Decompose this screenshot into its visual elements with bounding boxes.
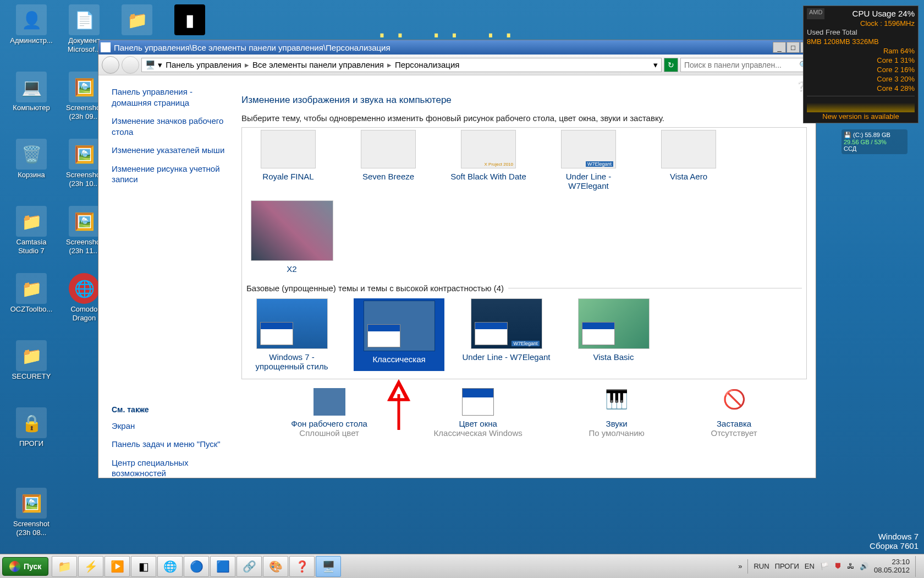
taskbtn-app2[interactable]: ◧ — [131, 556, 156, 577]
theme-royale[interactable]: Royale FINAL — [246, 130, 330, 190]
control-panel-window: Панель управления\Все элементы панели уп… — [98, 40, 816, 478]
theme-win7-basic[interactable]: Windows 7 - упрощенный стиль — [246, 298, 337, 371]
taskbtn-paint[interactable]: 🎨 — [263, 556, 288, 577]
taskbtn-app5[interactable]: 🔗 — [237, 556, 262, 577]
taskbtn-app4[interactable]: 🟦 — [210, 556, 235, 577]
taskbtn-app3[interactable]: 🔵 — [184, 556, 209, 577]
tray-progi[interactable]: ПРОГИ — [775, 562, 799, 570]
sidebar-link-home[interactable]: Панель управления - домашняя страница — [112, 86, 230, 108]
tray-flag-icon[interactable]: 🏳️ — [820, 562, 829, 570]
basic-themes-label: Базовые (упрощенные) темы и темы с высок… — [246, 283, 802, 293]
taskbtn-explorer[interactable]: 📁 — [52, 556, 77, 577]
back-button[interactable] — [102, 56, 119, 74]
sidebar-link-account-pic[interactable]: Изменение рисунка учетной записи — [112, 163, 230, 185]
refresh-button[interactable]: ↻ — [664, 58, 678, 72]
taskbtn-control-panel[interactable]: 🖥️ — [316, 556, 341, 577]
desktop-icon-securety[interactable]: 📁SECURETY — [7, 340, 56, 381]
tray-lang[interactable]: EN — [805, 562, 815, 570]
theme-soft-black[interactable]: X Project 2010Soft Black With Date — [447, 130, 530, 190]
forward-button[interactable] — [122, 56, 139, 74]
desktop-icon-camtasia[interactable]: 📁Camtasia Studio 7 — [7, 206, 56, 255]
theme-vista-aero[interactable]: Vista Aero — [647, 130, 730, 190]
theme-seven-breeze[interactable]: Seven Breeze — [346, 130, 430, 190]
desktop-icon-cmd[interactable]: ▮ — [165, 4, 215, 36]
tray-run[interactable]: RUN — [754, 562, 769, 570]
theme-underline1[interactable]: W7ElegantUnder Line - W7Elegant — [547, 130, 630, 190]
desktop-icon-ocz[interactable]: 📁OCZToolbo... — [7, 273, 56, 314]
taskbtn-vlc[interactable]: ▶️ — [105, 556, 130, 577]
windows-watermark: Windows 7 Сборка 7601 — [870, 532, 919, 550]
navbar: 🖥️ ▾ Панель управления▸ Все элементы пан… — [98, 54, 816, 75]
taskbtn-chrome[interactable]: 🌐 — [157, 556, 183, 577]
see-also-heading: См. также — [112, 405, 230, 414]
cpu-graph — [807, 96, 915, 112]
maximize-button[interactable]: □ — [787, 42, 800, 53]
page-subtext: Выберите тему, чтобы одновременно измени… — [241, 113, 807, 123]
tray-volume-icon[interactable]: 🔊 — [860, 562, 868, 570]
main-panel: ❔ Изменение изображения и звука на компь… — [236, 75, 816, 478]
taskbtn-app1[interactable]: ⚡ — [78, 556, 103, 577]
search-box[interactable]: 🔍 — [680, 58, 812, 72]
tray-expand[interactable]: » — [738, 562, 742, 570]
desktop-icon-admin[interactable]: 👤Администр... — [7, 4, 56, 45]
theme-underline2[interactable]: W7ElegantUnder Line - W7Elegant — [461, 298, 552, 371]
help-icon[interactable]: ❔ — [241, 81, 807, 92]
sidebar-link-taskbar[interactable]: Панель задач и меню "Пуск" — [112, 439, 230, 450]
tray-clock[interactable]: 23:10 08.05.2012 — [874, 558, 910, 574]
sidebar-link-pointers[interactable]: Изменение указателей мыши — [112, 145, 230, 156]
tray-network-icon[interactable]: 🖧 — [847, 562, 854, 570]
window-icon — [101, 42, 111, 52]
theme-x2[interactable]: X2 — [246, 200, 337, 274]
breadcrumb[interactable]: 🖥️ ▾ Панель управления▸ Все элементы пан… — [141, 58, 662, 72]
action-sounds[interactable]: 🎹 Звуки По умолчанию — [588, 388, 644, 438]
sidebar-link-accessibility[interactable]: Центр специальных возможностей — [112, 457, 230, 479]
desktop-icon-folder1[interactable]: 📁 — [112, 4, 162, 36]
taskbtn-help[interactable]: ❓ — [289, 556, 315, 577]
window-title: Панель управления\Все элементы панели уп… — [114, 43, 391, 52]
desktop-icon-ss4[interactable]: 🖼️Screenshot (23h 08... — [7, 488, 56, 537]
desktop-icon-bin[interactable]: 🗑️Корзина — [7, 139, 56, 179]
theme-classic[interactable]: Классическая — [354, 298, 444, 371]
start-button[interactable]: Пуск — [2, 557, 48, 576]
minimize-button[interactable]: _ — [773, 42, 786, 53]
cpu-gadget[interactable]: AMDCPU Usage 24% Clock : 1596MHz Used Fr… — [803, 6, 919, 123]
show-desktop-button[interactable] — [915, 556, 922, 577]
theme-vista-basic[interactable]: Vista Basic — [568, 298, 659, 371]
sidebar-link-icons[interactable]: Изменение значков рабочего стола — [112, 116, 230, 137]
tray-shield-icon[interactable]: ⛊ — [834, 562, 842, 570]
action-desktop-bg[interactable]: Фон рабочего стола Сплошной цвет — [291, 388, 367, 438]
taskbar: Пуск 📁 ⚡ ▶️ ◧ 🌐 🔵 🟦 🔗 🎨 ❓ 🖥️ » RUN ПРОГИ… — [0, 554, 924, 578]
action-window-color[interactable]: Цвет окна Классическая Windows — [434, 388, 522, 438]
titlebar[interactable]: Панель управления\Все элементы панели уп… — [98, 40, 816, 54]
themes-container: Royale FINAL Seven Breeze X Project 2010… — [241, 127, 807, 379]
sidebar: Панель управления - домашняя страница Из… — [98, 75, 236, 478]
disk-gadget[interactable]: 💾 (C:) 55.89 GB 29.56 GB / 53% ССД — [842, 129, 908, 154]
search-input[interactable] — [684, 61, 799, 69]
action-screensaver[interactable]: 🚫 Заставка Отсутствует — [711, 388, 757, 438]
desktop-icon-computer[interactable]: 💻Компьютер — [7, 72, 56, 112]
sidebar-link-screen[interactable]: Экран — [112, 421, 230, 432]
system-tray: » RUN ПРОГИ EN 🏳️ ⛊ 🖧 🔊 23:10 08.05.2012 — [738, 556, 922, 577]
page-heading: Изменение изображения и звука на компьют… — [241, 95, 807, 106]
desktop-icon-progi[interactable]: 🔒ПРОГИ — [7, 407, 56, 448]
